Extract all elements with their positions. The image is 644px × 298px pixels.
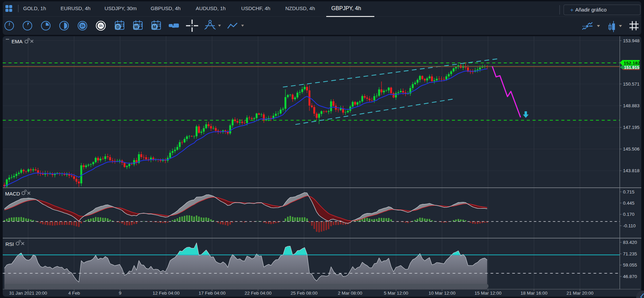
svg-text:59.055: 59.055 xyxy=(623,262,637,268)
svg-text:145.506: 145.506 xyxy=(623,146,640,152)
svg-text:GOLD, 1h: GOLD, 1h xyxy=(23,5,46,11)
svg-text:EURUSD, 4h: EURUSD, 4h xyxy=(61,5,90,11)
svg-text:1h: 1h xyxy=(80,24,84,28)
svg-text:5 Mar 12:00: 5 Mar 12:00 xyxy=(384,291,408,296)
svg-text:USDCHF, 4h: USDCHF, 4h xyxy=(241,5,270,11)
svg-text:-0.110: -0.110 xyxy=(623,223,636,228)
svg-text:83.420: 83.420 xyxy=(623,240,637,245)
svg-text:153.948: 153.948 xyxy=(623,38,640,43)
svg-text:17 Feb 04:00: 17 Feb 04:00 xyxy=(199,291,226,296)
svg-text:152.182: 152.182 xyxy=(624,61,640,66)
svg-text:22 Feb 04:00: 22 Feb 04:00 xyxy=(245,291,272,296)
svg-text:10 Mar 12:00: 10 Mar 12:00 xyxy=(429,291,456,296)
svg-text:GBPUSD, 4h: GBPUSD, 4h xyxy=(151,5,181,11)
svg-text:148.883: 148.883 xyxy=(623,103,640,108)
svg-text:15 Mar 12:00: 15 Mar 12:00 xyxy=(475,291,502,296)
svg-text:2 Mar 08:00: 2 Mar 08:00 xyxy=(338,291,362,296)
svg-text:0.445: 0.445 xyxy=(623,201,635,206)
svg-text:W: W xyxy=(134,25,138,29)
svg-text:AUDUSD, 1h: AUDUSD, 1h xyxy=(196,5,226,11)
svg-text:143.818: 143.818 xyxy=(623,168,640,173)
svg-text:12 Feb 04:00: 12 Feb 04:00 xyxy=(152,291,180,296)
svg-text:4 Feb: 4 Feb xyxy=(68,291,80,296)
svg-text:MACD: MACD xyxy=(5,191,20,197)
svg-text:EMA: EMA xyxy=(12,39,23,44)
svg-text:GBPJPY, 4h: GBPJPY, 4h xyxy=(331,5,361,11)
svg-text:46.870: 46.870 xyxy=(623,274,637,279)
svg-text:151.915: 151.915 xyxy=(624,65,639,70)
svg-text:NZDUSD, 4h: NZDUSD, 4h xyxy=(285,5,315,11)
svg-text:31 Jan 2021 20:00: 31 Jan 2021 20:00 xyxy=(9,291,47,296)
svg-text:21 Mar 20:00: 21 Mar 20:00 xyxy=(566,291,594,296)
svg-text:RSI: RSI xyxy=(5,241,14,247)
svg-text:Añadir gráfico: Añadir gráfico xyxy=(575,7,607,13)
svg-text:D: D xyxy=(117,25,120,29)
svg-text:M: M xyxy=(153,25,156,29)
svg-text:+: + xyxy=(570,7,574,13)
svg-text:4h: 4h xyxy=(99,24,103,28)
svg-text:25 Feb 08:00: 25 Feb 08:00 xyxy=(291,291,318,296)
svg-text:0.170: 0.170 xyxy=(623,212,635,217)
svg-text:18 Mar 16:00: 18 Mar 16:00 xyxy=(520,291,547,296)
svg-text:USDJPY, 30m: USDJPY, 30m xyxy=(105,5,137,11)
svg-text:147.195: 147.195 xyxy=(623,125,640,130)
svg-text:9: 9 xyxy=(119,291,122,296)
svg-text:0.715: 0.715 xyxy=(623,189,635,194)
svg-text:150.571: 150.571 xyxy=(623,82,640,87)
svg-text:71.235: 71.235 xyxy=(623,251,637,256)
